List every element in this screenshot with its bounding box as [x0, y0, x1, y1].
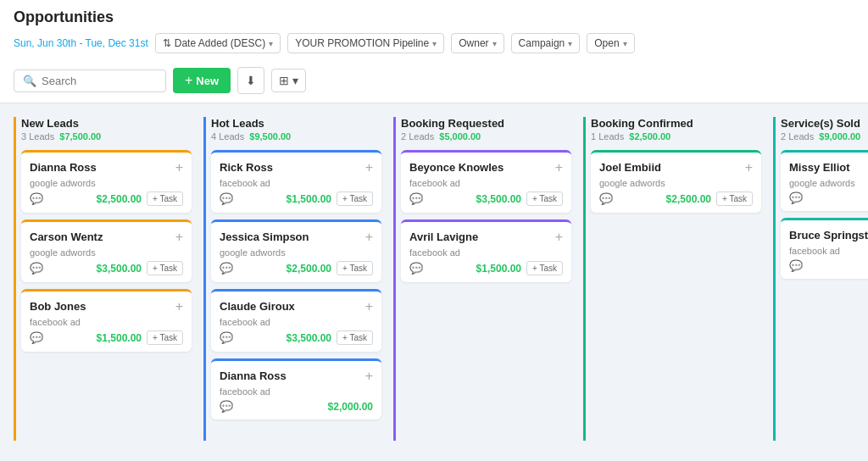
kanban-card[interactable]: Carson Wentz+google adwords💬$3,500.00+ T…	[21, 219, 192, 282]
column-booking-requested: Booking Requested2 Leads $5,000.00Beyonc…	[393, 117, 571, 441]
column-meta: 4 Leads $9,500.00	[211, 131, 381, 142]
kanban-card[interactable]: Rick Ross+facebook ad💬$1,500.00+ Task	[211, 150, 381, 213]
card-source: facebook ad	[409, 247, 563, 258]
kanban-card[interactable]: Dianna Ross+google adwords💬$2,500.00+ Ta…	[21, 150, 192, 213]
card-add-icon[interactable]: +	[175, 161, 183, 175]
message-icon: 💬	[220, 192, 233, 205]
card-amount: $1,500.00	[97, 332, 142, 344]
card-name: Carson Wentz	[30, 230, 103, 243]
card-name: Dianna Ross	[220, 369, 287, 382]
add-task-button[interactable]: + Task	[147, 192, 183, 206]
card-name: Jessica Simpson	[220, 230, 309, 243]
column-total: $2,500.00	[629, 131, 670, 142]
add-task-button[interactable]: + Task	[337, 192, 373, 206]
message-icon: 💬	[789, 259, 803, 272]
column-header-services-sold: Service(s) Sold2 Leads $9,000.00	[781, 117, 868, 142]
sort-icon: ⇅	[163, 37, 171, 49]
add-task-button[interactable]: + Task	[337, 261, 373, 275]
sort-filter-btn[interactable]: ⇅ Date Added (DESC) ▾	[155, 33, 281, 53]
search-input[interactable]	[42, 75, 157, 87]
card-source: facebook ad	[409, 178, 563, 188]
plus-icon: +	[185, 73, 192, 88]
card-name: Dianna Ross	[30, 161, 97, 174]
message-icon: 💬	[599, 192, 613, 205]
kanban-card[interactable]: Claude Giroux+facebook ad💬$3,500.00+ Tas…	[211, 289, 381, 352]
column-total: $9,000.00	[819, 131, 860, 142]
column-new-leads: New Leads3 Leads $7,500.00Dianna Ross+go…	[14, 117, 192, 441]
message-icon: 💬	[30, 331, 43, 344]
new-button[interactable]: + New	[173, 68, 231, 93]
kanban-card[interactable]: Bob Jones+facebook ad💬$1,500.00+ Task	[21, 289, 192, 352]
column-meta: 3 Leads $7,500.00	[21, 131, 192, 142]
card-add-icon[interactable]: +	[745, 161, 753, 175]
column-booking-confirmed: Booking Confirmed1 Leads $2,500.00Joel E…	[583, 117, 761, 441]
card-add-icon[interactable]: +	[175, 230, 183, 244]
kanban-card[interactable]: Avril Lavigne+facebook ad💬$1,500.00+ Tas…	[401, 219, 571, 282]
status-filter-btn[interactable]: Open ▾	[587, 33, 634, 53]
card-amount: $1,500.00	[287, 193, 331, 205]
search-box[interactable]: 🔍	[14, 69, 166, 92]
card-add-icon[interactable]: +	[365, 369, 373, 383]
search-icon: 🔍	[23, 75, 36, 87]
card-name: Missy Elliot	[789, 161, 850, 174]
card-name: Joel Embiid	[599, 161, 661, 174]
kanban-card[interactable]: Beyonce Knowles+facebook ad💬$3,500.00+ T…	[401, 150, 571, 213]
page-title: Opportunities	[14, 8, 854, 26]
card-name: Avril Lavigne	[409, 230, 478, 243]
message-icon: 💬	[30, 192, 43, 205]
card-amount: $3,500.00	[97, 263, 142, 275]
card-amount: $3,500.00	[476, 193, 521, 205]
card-source: facebook ad	[220, 178, 373, 188]
card-source: google adwords	[30, 178, 183, 188]
toolbar-row: 🔍 + New ⬇ ⊞ ▾	[14, 60, 854, 103]
kanban-card[interactable]: Dianna Ross+facebook ad💬$2,000.00	[211, 358, 381, 419]
grid-icon: ⊞	[279, 74, 289, 87]
view-toggle-button[interactable]: ⊞ ▾	[271, 69, 306, 92]
card-source: google adwords	[30, 247, 183, 258]
kanban-card[interactable]: Bruce Springsteen+facebook ad💬$5,500.00	[781, 218, 868, 279]
card-add-icon[interactable]: +	[365, 161, 373, 175]
page-wrapper: Opportunities Sun, Jun 30th - Tue, Dec 3…	[0, 0, 868, 454]
campaign-chevron-icon: ▾	[568, 39, 572, 48]
add-task-button[interactable]: + Task	[526, 261, 563, 275]
card-add-icon[interactable]: +	[555, 230, 563, 244]
kanban-card[interactable]: Jessica Simpson+google adwords💬$2,500.00…	[211, 219, 381, 282]
card-add-icon[interactable]: +	[175, 300, 183, 314]
message-icon: 💬	[789, 192, 803, 204]
message-icon: 💬	[30, 262, 43, 275]
card-add-icon[interactable]: +	[365, 230, 373, 244]
owner-filter-btn[interactable]: Owner ▾	[451, 33, 504, 53]
column-title: New Leads	[21, 117, 192, 130]
add-task-button[interactable]: + Task	[147, 261, 183, 275]
column-services-sold: Service(s) Sold2 Leads $9,000.00Missy El…	[773, 117, 868, 441]
add-task-button[interactable]: + Task	[337, 330, 373, 345]
add-task-button[interactable]: + Task	[526, 192, 563, 206]
column-meta: 2 Leads $5,000.00	[401, 131, 571, 142]
card-name: Rick Ross	[220, 161, 273, 174]
kanban-card[interactable]: Missy Elliot+google adwords💬$3,500.00	[781, 150, 868, 211]
kanban-card[interactable]: Joel Embiid+google adwords💬$2,500.00+ Ta…	[591, 150, 761, 213]
message-icon: 💬	[409, 262, 423, 275]
view-chevron-icon: ▾	[292, 74, 298, 87]
column-title: Booking Requested	[401, 117, 571, 130]
add-task-button[interactable]: + Task	[147, 330, 183, 345]
column-meta: 1 Leads $2,500.00	[591, 131, 761, 142]
message-icon: 💬	[220, 262, 233, 275]
card-name: Claude Giroux	[220, 300, 295, 313]
message-icon: 💬	[220, 400, 233, 413]
filter-row: Sun, Jun 30th - Tue, Dec 31st ⇅ Date Add…	[14, 33, 854, 53]
column-total: $7,500.00	[59, 131, 101, 142]
column-header-booking-confirmed: Booking Confirmed1 Leads $2,500.00	[591, 117, 761, 142]
card-add-icon[interactable]: +	[365, 300, 373, 314]
add-task-button[interactable]: + Task	[716, 192, 753, 206]
column-header-booking-requested: Booking Requested2 Leads $5,000.00	[401, 117, 571, 142]
campaign-filter-btn[interactable]: Campaign ▾	[511, 33, 581, 53]
column-title: Service(s) Sold	[781, 117, 868, 130]
pipeline-filter-btn[interactable]: YOUR PROMOTION Pipeline ▾	[287, 33, 444, 53]
download-button[interactable]: ⬇	[237, 67, 264, 94]
card-add-icon[interactable]: +	[555, 161, 563, 175]
card-source: facebook ad	[30, 317, 183, 327]
column-total: $9,500.00	[249, 131, 291, 142]
date-range-filter[interactable]: Sun, Jun 30th - Tue, Dec 31st	[14, 37, 148, 49]
status-chevron-icon: ▾	[623, 39, 627, 48]
